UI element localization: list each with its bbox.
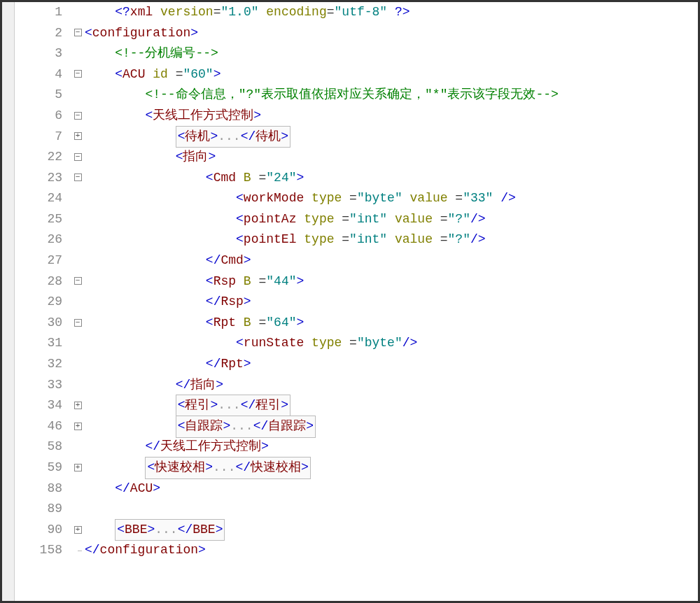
code-line[interactable]: 22− <指向> xyxy=(15,147,698,168)
line-content[interactable]: <configuration> xyxy=(85,23,698,44)
code-line[interactable]: 33 </指向> xyxy=(15,375,698,396)
line-number: 6 xyxy=(15,106,71,127)
code-line[interactable]: 30− <Rpt B ="64"> xyxy=(15,313,698,334)
collapsed-region[interactable]: <快速校相>...</快速校相> xyxy=(145,457,310,479)
line-number: 33 xyxy=(15,375,71,396)
fold-collapse-icon[interactable]: − xyxy=(74,112,82,120)
line-content[interactable]: <pointAz type ="int" value ="?"/> xyxy=(85,209,698,230)
line-number: 32 xyxy=(15,354,71,375)
line-content[interactable]: <pointEl type ="int" value ="?"/> xyxy=(85,229,698,250)
line-content[interactable]: </configuration> xyxy=(85,540,698,561)
code-line[interactable]: 32 </Rpt> xyxy=(15,354,698,375)
code-line[interactable]: 58 </天线工作方式控制> xyxy=(15,437,698,457)
line-content[interactable]: <快速校相>...</快速校相> xyxy=(85,457,698,479)
line-content[interactable]: </Cmd> xyxy=(85,250,698,271)
code-line[interactable]: 5 <!--命令信息，"?"表示取值依据对应关系确定，"*"表示该字段无效--> xyxy=(15,85,698,106)
fold-gutter: − xyxy=(71,106,85,127)
code-line[interactable]: 89 xyxy=(15,499,698,520)
line-number: 90 xyxy=(15,520,71,541)
code-line[interactable]: 2−<configuration> xyxy=(15,23,698,44)
line-content[interactable]: <!--命令信息，"?"表示取值依据对应关系确定，"*"表示该字段无效--> xyxy=(85,85,698,106)
line-number: 89 xyxy=(15,499,71,520)
line-content[interactable] xyxy=(85,499,698,520)
line-content[interactable]: </Rpt> xyxy=(85,354,698,375)
line-content[interactable]: <Rsp B ="44"> xyxy=(85,271,698,292)
line-number: 28 xyxy=(15,271,71,292)
code-line[interactable]: 7+ <待机>...</待机> xyxy=(15,127,698,148)
fold-collapse-icon[interactable]: − xyxy=(74,29,82,36)
code-line[interactable]: 6− <天线工作方式控制> xyxy=(15,106,698,127)
line-content[interactable]: <程引>...</程引> xyxy=(85,395,698,417)
fold-collapse-icon[interactable]: − xyxy=(74,277,82,285)
line-number: 2 xyxy=(15,23,71,44)
vertical-scrollbar[interactable] xyxy=(2,2,15,601)
line-content[interactable]: <ACU id ="60"> xyxy=(85,64,698,85)
line-number: 5 xyxy=(15,85,71,106)
code-line[interactable]: 34+ <程引>...</程引> xyxy=(15,395,698,416)
fold-collapse-icon[interactable]: − xyxy=(74,153,82,161)
line-content[interactable]: <Cmd B ="24"> xyxy=(85,168,698,189)
line-number: 26 xyxy=(15,229,71,250)
code-line[interactable]: 3 <!--分机编号--> xyxy=(15,43,698,64)
fold-expand-icon[interactable]: + xyxy=(74,526,82,534)
fold-gutter: + xyxy=(71,520,85,541)
fold-gutter: − xyxy=(71,168,85,189)
line-content[interactable]: </指向> xyxy=(85,375,698,396)
code-editor[interactable]: 1 <?xml version="1.0" encoding="utf-8" ?… xyxy=(2,2,698,601)
code-line[interactable]: 4− <ACU id ="60"> xyxy=(15,64,698,85)
line-number: 23 xyxy=(15,168,71,189)
line-content[interactable]: <runState type ="byte"/> xyxy=(85,333,698,354)
line-number: 59 xyxy=(15,457,71,478)
fold-expand-icon[interactable]: + xyxy=(74,132,82,140)
line-content[interactable]: <自跟踪>...</自跟踪> xyxy=(85,416,698,438)
code-line[interactable]: 23− <Cmd B ="24"> xyxy=(15,168,698,189)
collapsed-region[interactable]: <待机>...</待机> xyxy=(176,126,290,148)
collapsed-region[interactable]: <自跟踪>...</自跟踪> xyxy=(176,416,316,438)
line-content[interactable]: </Rsp> xyxy=(85,292,698,313)
line-content[interactable]: <待机>...</待机> xyxy=(85,126,698,148)
code-area[interactable]: 1 <?xml version="1.0" encoding="utf-8" ?… xyxy=(15,2,698,601)
line-number: 25 xyxy=(15,209,71,230)
code-line[interactable]: 24 <workMode type ="byte" value ="33" /> xyxy=(15,188,698,209)
fold-expand-icon[interactable]: + xyxy=(74,464,82,471)
code-line[interactable]: 26 <pointEl type ="int" value ="?"/> xyxy=(15,230,698,251)
line-number: 1 xyxy=(15,2,71,23)
fold-gutter: − xyxy=(71,64,85,85)
code-line[interactable]: 90+ <BBE>...</BBE> xyxy=(15,520,698,541)
line-content[interactable]: <workMode type ="byte" value ="33" /> xyxy=(85,188,698,209)
fold-collapse-icon[interactable]: − xyxy=(74,319,82,327)
line-content[interactable]: </天线工作方式控制> xyxy=(85,437,698,457)
code-line[interactable]: 158</configuration> xyxy=(15,540,698,561)
code-line[interactable]: 25 <pointAz type ="int" value ="?"/> xyxy=(15,209,698,230)
code-line[interactable]: 46+ <自跟踪>...</自跟踪> xyxy=(15,416,698,437)
code-line[interactable]: 28− <Rsp B ="44"> xyxy=(15,271,698,292)
code-line[interactable]: 1 <?xml version="1.0" encoding="utf-8" ?… xyxy=(15,2,698,23)
line-number: 7 xyxy=(15,127,71,148)
fold-expand-icon[interactable]: + xyxy=(74,402,82,409)
line-content[interactable]: <Rpt B ="64"> xyxy=(85,313,698,334)
line-number: 30 xyxy=(15,313,71,334)
fold-gutter: − xyxy=(71,313,85,334)
fold-gutter: + xyxy=(71,416,85,437)
code-line[interactable]: 88 </ACU> xyxy=(15,478,698,499)
code-line[interactable]: 31 <runState type ="byte"/> xyxy=(15,334,698,355)
code-line[interactable]: 27 </Cmd> xyxy=(15,250,698,271)
line-content[interactable]: <指向> xyxy=(85,147,698,168)
fold-collapse-icon[interactable]: − xyxy=(74,70,82,78)
line-number: 29 xyxy=(15,292,71,313)
code-line[interactable]: 59+ <快速校相>...</快速校相> xyxy=(15,457,698,478)
fold-collapse-icon[interactable]: − xyxy=(74,173,82,181)
code-line[interactable]: 29 </Rsp> xyxy=(15,292,698,313)
line-content[interactable]: </ACU> xyxy=(85,478,698,499)
fold-expand-icon[interactable]: + xyxy=(74,423,82,430)
line-number: 88 xyxy=(15,478,71,499)
line-content[interactable]: <!--分机编号--> xyxy=(85,43,698,64)
line-content[interactable]: <BBE>...</BBE> xyxy=(85,519,698,541)
line-number: 3 xyxy=(15,43,71,64)
collapsed-region[interactable]: <程引>...</程引> xyxy=(176,395,290,417)
line-content[interactable]: <?xml version="1.0" encoding="utf-8" ?> xyxy=(85,2,698,23)
fold-gutter: + xyxy=(71,127,85,148)
collapsed-region[interactable]: <BBE>...</BBE> xyxy=(115,519,225,541)
line-number: 24 xyxy=(15,188,71,209)
line-content[interactable]: <天线工作方式控制> xyxy=(85,106,698,127)
